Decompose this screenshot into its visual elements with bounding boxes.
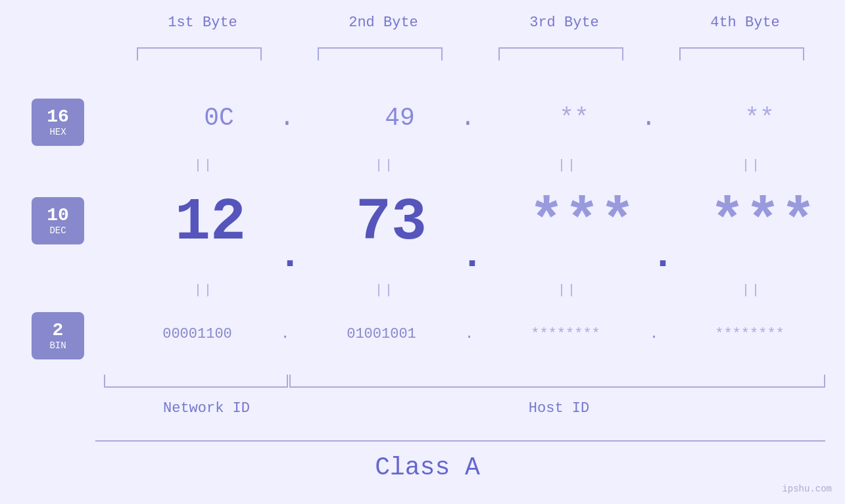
- bracket-top-4: [679, 47, 804, 60]
- hex-b4: **: [717, 104, 802, 132]
- bin-b4: ********: [664, 326, 835, 342]
- eq1-b2: ||: [375, 158, 395, 173]
- bin-dot-1: .: [281, 326, 289, 342]
- eq1-b4: ||: [742, 158, 761, 173]
- eq1-b3: ||: [558, 158, 577, 173]
- badge-dec-num: 10: [47, 206, 69, 226]
- byte-header-4: 4th Byte: [679, 14, 811, 31]
- badge-hex-num: 16: [47, 107, 69, 127]
- badge-hex: 16 HEX: [32, 99, 84, 146]
- badge-bin: 2 BIN: [32, 312, 84, 359]
- hex-dot-3: .: [641, 104, 656, 132]
- badge-hex-label: HEX: [49, 127, 66, 137]
- bracket-top-2: [318, 47, 443, 60]
- bin-b3: ********: [480, 326, 651, 342]
- dec-dot-2: .: [460, 233, 484, 278]
- network-id-label: Network ID: [154, 400, 259, 417]
- hex-b2: 49: [357, 104, 443, 132]
- eq1-b1: ||: [194, 158, 214, 173]
- badge-dec: 10 DEC: [32, 197, 84, 244]
- badge-bin-num: 2: [53, 321, 64, 341]
- bin-b2: 01001001: [296, 326, 467, 342]
- host-id-label: Host ID: [506, 400, 612, 417]
- bracket-top-1: [137, 47, 262, 60]
- dec-b1: 12: [151, 189, 270, 256]
- bin-dot-3: .: [650, 326, 658, 342]
- byte-header-2: 2nd Byte: [318, 14, 449, 31]
- dec-dot-3: .: [651, 233, 675, 278]
- hex-dot-1: .: [279, 104, 295, 132]
- class-label: Class A: [329, 453, 526, 482]
- hex-b1: 0C: [176, 104, 262, 132]
- bracket-bot-net: [104, 375, 288, 388]
- watermark: ipshu.com: [782, 484, 832, 494]
- byte-header-1: 1st Byte: [137, 14, 268, 31]
- eq2-b2: ||: [375, 283, 395, 298]
- dec-b3: ***: [503, 189, 661, 256]
- badge-bin-label: BIN: [49, 340, 66, 351]
- byte-header-3: 3rd Byte: [498, 14, 630, 31]
- bracket-top-3: [498, 47, 623, 60]
- bin-dot-2: .: [465, 326, 473, 342]
- hex-dot-2: .: [460, 104, 475, 132]
- eq2-b4: ||: [742, 283, 761, 298]
- eq2-b3: ||: [558, 283, 577, 298]
- main-layout: 1st Byte 2nd Byte 3rd Byte 4th Byte 16 H…: [0, 0, 845, 504]
- dec-dot-1: .: [278, 233, 302, 278]
- eq2-b1: ||: [194, 283, 214, 298]
- bracket-bot-host: [289, 375, 825, 388]
- hex-b3: **: [531, 104, 617, 132]
- dec-b2: 73: [332, 189, 450, 256]
- dec-b4: ***: [684, 189, 842, 256]
- bin-b1: 00001100: [112, 326, 283, 342]
- badge-dec-label: DEC: [49, 225, 66, 236]
- overall-bracket-line: [95, 440, 825, 442]
